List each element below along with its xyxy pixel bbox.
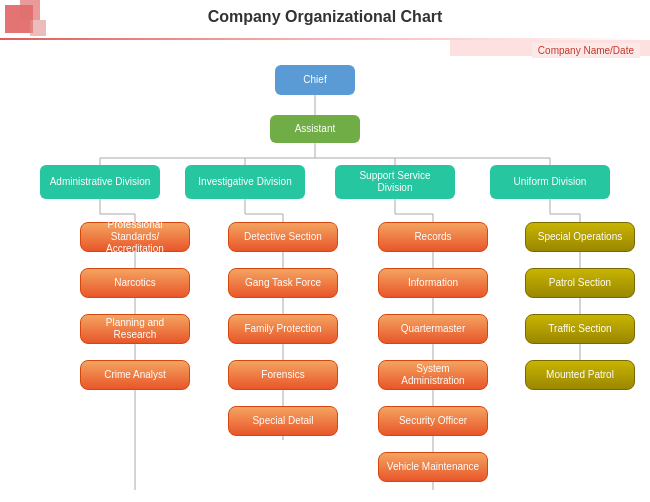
gang-task-force-node: Gang Task Force: [228, 268, 338, 298]
crime-analyst-node: Crime Analyst: [80, 360, 190, 390]
deco-square2: [20, 0, 40, 20]
header: Company Organizational Chart Company Nam…: [0, 0, 650, 60]
support-division-node: Support Service Division: [335, 165, 455, 199]
quartermaster-node: Quartermaster: [378, 314, 488, 344]
company-name: Company Name/Date: [532, 43, 640, 58]
vehicle-maintenance-node: Vehicle Maintenance: [378, 452, 488, 482]
admin-division-node: Administrative Division: [40, 165, 160, 199]
forensics-node: Forensics: [228, 360, 338, 390]
system-admin-node: System Administration: [378, 360, 488, 390]
uniform-division-node: Uniform Division: [490, 165, 610, 199]
detective-section-node: Detective Section: [228, 222, 338, 252]
family-protection-node: Family Protection: [228, 314, 338, 344]
narcotics-node: Narcotics: [80, 268, 190, 298]
special-ops-node: Special Operations: [525, 222, 635, 252]
planning-node: Planning and Research: [80, 314, 190, 344]
patrol-section-node: Patrol Section: [525, 268, 635, 298]
deco-square3: [30, 20, 46, 36]
prof-standards-node: Professional Standards/ Accreditation: [80, 222, 190, 252]
mounted-patrol-node: Mounted Patrol: [525, 360, 635, 390]
page-title: Company Organizational Chart: [0, 0, 650, 26]
records-node: Records: [378, 222, 488, 252]
traffic-section-node: Traffic Section: [525, 314, 635, 344]
special-detail-node: Special Detail: [228, 406, 338, 436]
chief-node: Chief: [275, 65, 355, 95]
invest-division-node: Investigative Division: [185, 165, 305, 199]
information-node: Information: [378, 268, 488, 298]
assistant-node: Assistant: [270, 115, 360, 143]
security-officer-node: Security Officer: [378, 406, 488, 436]
